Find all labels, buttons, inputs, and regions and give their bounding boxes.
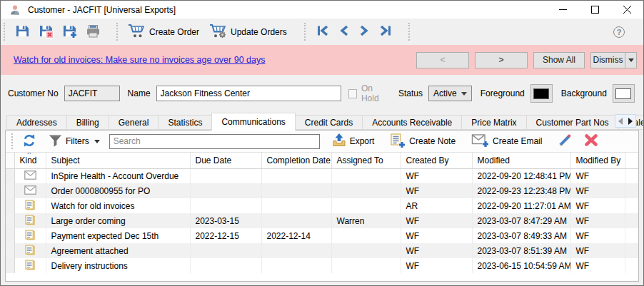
edit-button[interactable] [555, 132, 575, 150]
toolbar-spacer-group: ? [406, 19, 643, 45]
delete-button[interactable] [581, 132, 601, 150]
filters-label: Filters [66, 136, 89, 146]
name-label: Name [128, 88, 151, 98]
column-header-completion-date[interactable]: Completion Date [261, 153, 331, 168]
filters-button[interactable]: Filters [45, 132, 103, 150]
tab-credit-cards[interactable]: Credit Cards [295, 115, 363, 130]
status-select[interactable]: Active [428, 86, 472, 101]
create-email-button[interactable]: Create Email [468, 132, 545, 150]
assigned-to-cell [331, 183, 401, 198]
completion-date-cell [261, 183, 331, 198]
nav-last-icon [378, 24, 393, 40]
nav-first-icon [315, 24, 331, 40]
alert-next-button[interactable]: > [475, 52, 528, 68]
save-add-button[interactable] [58, 21, 81, 43]
row-filler [625, 228, 638, 243]
dismiss-dropdown-button[interactable] [625, 52, 637, 68]
table-row[interactable]: Order 0000800955 for POWF2022-09-23 12:2… [6, 183, 638, 198]
create-order-button[interactable]: Create Order [124, 21, 205, 43]
dismiss-button[interactable]: Dismiss [590, 52, 625, 68]
table-row[interactable]: Delivery instructionsWF2023-06-15 10:54:… [6, 258, 638, 273]
window-title: Customer - JACFIT [Universal Exports] [28, 5, 176, 15]
tab-general[interactable]: General [109, 115, 159, 130]
background-color-button[interactable] [613, 84, 635, 103]
close-button[interactable] [611, 1, 643, 19]
refresh-button[interactable] [19, 132, 39, 150]
create-note-button[interactable]: Create Note [387, 132, 458, 150]
nav-next-icon [358, 24, 371, 40]
column-header-label: Subject [51, 155, 80, 165]
foreground-swatch [533, 88, 549, 99]
column-header-label: Modified By [576, 155, 621, 165]
person-icon [9, 4, 21, 16]
background-swatch [615, 88, 631, 99]
save-add-icon [61, 23, 78, 41]
assigned-to-cell: Warren [331, 213, 401, 228]
modified-cell: 2023-03-07 8:49:33 AM [472, 228, 570, 243]
minimize-button[interactable] [547, 1, 579, 19]
status-value: Active [433, 88, 457, 98]
triangle-left-icon [618, 118, 623, 125]
tab-scroll-left-button[interactable] [615, 115, 625, 127]
note-icon [25, 230, 36, 242]
show-all-button[interactable]: Show All [533, 52, 585, 68]
column-header-label: Created By [406, 155, 449, 165]
column-header-kind[interactable]: Kind^ [14, 153, 46, 168]
grid-toolbar: Filters Export [6, 131, 638, 153]
name-field[interactable] [156, 86, 341, 101]
help-icon[interactable]: ? [613, 26, 625, 38]
filter-icon [48, 133, 63, 150]
nav-last-button[interactable] [374, 21, 397, 43]
nav-next-button[interactable] [354, 21, 374, 43]
export-label: Export [350, 136, 375, 146]
column-header-created-by[interactable]: Created By [401, 153, 472, 168]
tab-statistics[interactable]: Statistics [158, 115, 212, 130]
alert-prev-button[interactable]: < [416, 52, 469, 68]
save-button[interactable] [11, 21, 34, 43]
column-header-label: Due Date [196, 155, 232, 165]
tab-billing[interactable]: Billing [66, 115, 109, 130]
tab-addresses[interactable]: Addresses [6, 115, 67, 130]
save-delete-button[interactable] [34, 21, 58, 43]
tab-accounts-receivable[interactable]: Accounts Receivable [362, 115, 462, 130]
table-row[interactable]: Large order coming2023-03-15WarrenWF2023… [6, 213, 638, 228]
update-orders-label: Update Orders [231, 27, 287, 37]
export-button[interactable]: Export [328, 132, 378, 150]
subject-cell: InSpire Health - Account Overdue [46, 168, 190, 183]
column-header-subject[interactable]: Subject [46, 153, 190, 168]
on-hold-checkbox[interactable] [348, 89, 357, 98]
table-row[interactable]: InSpire Health - Account OverdueWF2022-0… [6, 168, 638, 183]
completion-date-cell: 2022-12-14 [261, 228, 331, 243]
column-header-modified-by[interactable]: Modified By [570, 153, 625, 168]
assigned-to-cell [331, 243, 401, 258]
foreground-color-button[interactable] [530, 84, 553, 103]
nav-prev-button[interactable] [334, 21, 354, 43]
modified-by-cell: WF [570, 213, 625, 228]
print-button[interactable] [81, 21, 105, 43]
column-header-due-date[interactable]: Due Date [190, 153, 261, 168]
column-header-modified[interactable]: Modified [472, 153, 570, 168]
modified-by-cell: WF [570, 243, 625, 258]
search-input[interactable] [109, 134, 320, 149]
column-header-assigned-to[interactable]: Assigned To [331, 153, 401, 168]
subject-cell: Watch for old invoices [46, 198, 190, 213]
row-margin [6, 258, 14, 273]
create-order-label: Create Order [149, 27, 199, 37]
tab-scroll-right-button[interactable] [625, 115, 635, 127]
tab-customer-part-nos[interactable]: Customer Part Nos [526, 115, 619, 130]
table-row[interactable]: Agreement attachedWF2023-03-07 8:51:39 A… [6, 243, 638, 258]
tab-price-matrix[interactable]: Price Matrix [461, 115, 526, 130]
customer-window: Customer - JACFIT [Universal Exports] [0, 0, 644, 286]
tab-communications[interactable]: Communications [211, 113, 295, 131]
table-row[interactable]: Payment expected Dec 15th2022-12-152022-… [6, 228, 638, 243]
nav-first-button[interactable] [311, 21, 334, 43]
row-filler [625, 198, 638, 213]
customer-no-field[interactable] [64, 86, 120, 101]
due-date-cell [190, 198, 261, 213]
chevron-down-icon [461, 92, 467, 96]
alert-link[interactable]: Watch for old invoices: Make sure no inv… [14, 55, 266, 65]
modified-by-cell: WF [570, 228, 625, 243]
maximize-button[interactable] [579, 1, 611, 19]
table-row[interactable]: Watch for old invoicesAR2022-09-20 11:27… [6, 198, 638, 213]
update-orders-button[interactable]: Update Orders [205, 21, 293, 43]
